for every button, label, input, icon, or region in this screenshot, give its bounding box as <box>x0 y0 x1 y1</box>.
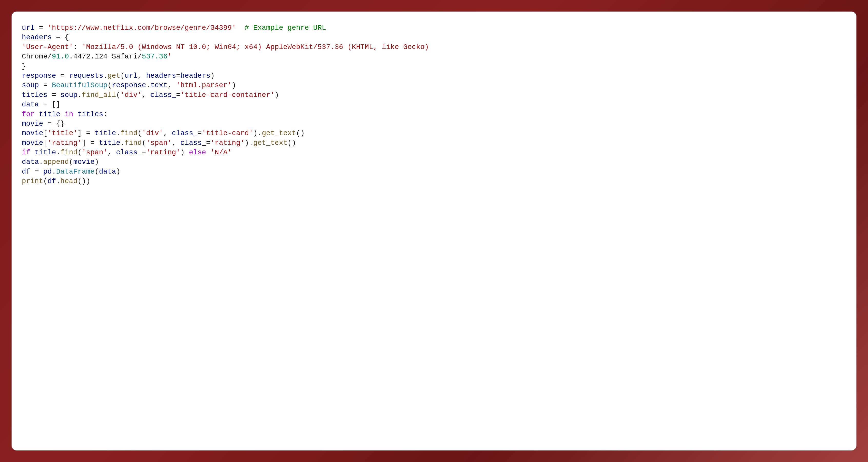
code-token: [ <box>43 129 48 137</box>
code-token: = <box>39 81 52 89</box>
code-token: Chrome/ <box>22 53 52 61</box>
code-token: . <box>39 158 43 166</box>
code-token <box>206 148 210 156</box>
code-token: 'rating' <box>146 148 180 156</box>
code-token: find <box>120 129 137 137</box>
code-token: url <box>125 72 137 80</box>
code-token: 'span' <box>82 148 107 156</box>
code-token: ( <box>78 148 82 156</box>
code-token: in <box>65 110 73 118</box>
code-token: . <box>56 177 61 185</box>
code-token <box>30 148 35 156</box>
code-token: titles <box>78 110 103 118</box>
code-token: ( <box>116 91 120 99</box>
code-token: for <box>22 110 35 118</box>
code-line-12: movie['rating'] = title.find('span', cla… <box>22 138 846 148</box>
code-token: . <box>116 129 120 137</box>
code-token: BeautifulSoup <box>52 81 107 89</box>
code-token: title <box>99 139 121 147</box>
code-token: class_ <box>180 139 206 147</box>
code-token: requests <box>69 72 103 80</box>
code-token: ] = <box>82 139 99 147</box>
code-token: = <box>30 168 43 176</box>
code-token: . <box>78 91 82 99</box>
code-token: , <box>167 81 176 89</box>
code-token: movie <box>22 129 43 137</box>
code-token: ) <box>95 158 99 166</box>
code-token: 'div' <box>120 91 142 99</box>
code-token: 'Mozilla/5.0 (Windows NT 10.0; Win64; x6… <box>82 43 433 51</box>
code-token: . <box>69 53 73 61</box>
code-token: = <box>56 72 69 80</box>
code-line-9: for title in titles: <box>22 109 846 119</box>
code-line-1: headers = { <box>22 33 846 42</box>
code-line-4: } <box>22 62 846 71</box>
code-token: 'N/A' <box>210 148 232 156</box>
code-token: soup <box>60 91 78 99</box>
code-token: = <box>142 148 146 156</box>
code-token: if <box>22 148 30 156</box>
code-token: = {} <box>43 120 65 128</box>
code-token: ( <box>69 158 73 166</box>
code-token: ( <box>142 139 146 147</box>
code-token: = <box>176 91 180 99</box>
code-token: ( <box>107 81 112 89</box>
code-line-6: soup = BeautifulSoup(response.text, 'htm… <box>22 80 846 90</box>
code-token: else <box>189 148 206 156</box>
code-token: () <box>288 139 296 147</box>
code-token: ( <box>120 72 125 80</box>
code-token: DataFrame <box>56 168 95 176</box>
code-token: : <box>73 43 82 51</box>
code-token: ) <box>210 72 215 80</box>
code-token: get_text <box>262 129 296 137</box>
code-token: 'rating' <box>210 139 245 147</box>
code-token: ) <box>180 148 189 156</box>
code-token: , <box>172 139 180 147</box>
code-token: = <box>176 72 180 80</box>
code-token: head <box>60 177 78 185</box>
code-token <box>60 110 65 118</box>
code-token: title <box>95 129 116 137</box>
code-token: ( <box>43 177 48 185</box>
code-token: 4472.124 <box>73 53 107 61</box>
code-token: , <box>163 129 172 137</box>
code-token: class_ <box>172 129 197 137</box>
code-line-14: data.append(movie) <box>22 157 846 167</box>
code-line-5: response = requests.get(url, headers=hea… <box>22 71 846 80</box>
code-token: headers <box>22 33 52 41</box>
code-token: text <box>150 81 167 89</box>
code-token: 'User-Agent' <box>22 43 73 51</box>
code-line-10: movie = {} <box>22 119 846 128</box>
code-token: ] = <box>78 129 95 137</box>
code-token: 'title' <box>48 129 78 137</box>
code-token: Safari/ <box>107 53 142 61</box>
code-token: df <box>22 168 30 176</box>
code-token: # Example genre URL <box>245 24 326 32</box>
code-token: response <box>112 81 146 89</box>
code-token: [ <box>43 139 48 147</box>
code-token: movie <box>22 120 43 128</box>
code-token: () <box>296 129 305 137</box>
code-token: 91.0 <box>52 53 69 61</box>
code-token: data <box>22 100 39 108</box>
code-line-2: 'User-Agent': 'Mozilla/5.0 (Windows NT 1… <box>22 42 846 52</box>
code-token: 'span' <box>146 139 172 147</box>
code-token: . <box>52 168 56 176</box>
code-token: , <box>137 72 146 80</box>
code-token: = { <box>52 33 69 41</box>
code-token: = <box>206 139 210 147</box>
code-token: find_all <box>82 91 116 99</box>
code-token: = <box>197 129 202 137</box>
code-token: . <box>146 81 150 89</box>
code-token: pd <box>43 168 52 176</box>
code-token: . <box>56 148 61 156</box>
code-token: 'title-card' <box>202 129 253 137</box>
code-token: class_ <box>116 148 142 156</box>
code-token <box>236 24 245 32</box>
code-line-0: url = 'https://www.netflix.com/browse/ge… <box>22 23 846 33</box>
code-token: movie <box>22 139 43 147</box>
code-token: append <box>43 158 69 166</box>
code-token: : <box>103 110 107 118</box>
code-token: ) <box>232 81 236 89</box>
code-token: soup <box>22 81 39 89</box>
